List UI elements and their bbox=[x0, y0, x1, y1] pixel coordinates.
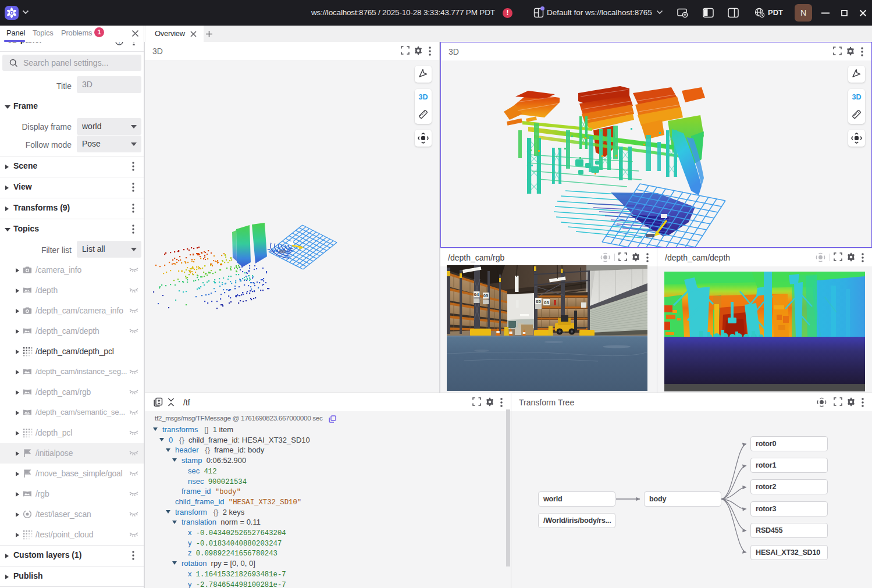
svg-text:05: 05 bbox=[536, 299, 540, 304]
svg-text:03: 03 bbox=[544, 300, 549, 305]
svg-text:04: 04 bbox=[474, 292, 479, 297]
svg-text:05: 05 bbox=[483, 293, 488, 298]
svg-text:?: ? bbox=[118, 42, 120, 45]
